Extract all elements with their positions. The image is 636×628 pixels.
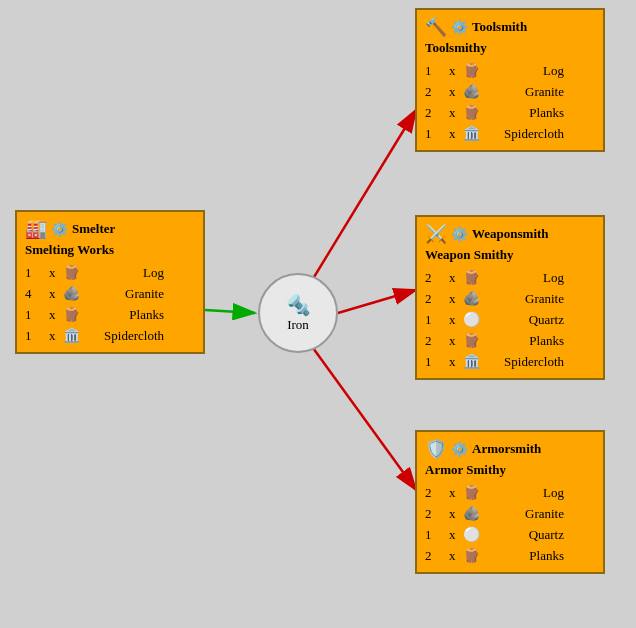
log-icon-t0: 🪵 — [463, 60, 480, 81]
planks-icon-0: 🪵 — [63, 304, 80, 325]
weaponsmith-gear-icon: ⚙️ — [451, 226, 468, 243]
toolsmith-row-0: 1 x 🪵 Log — [425, 60, 595, 81]
granite-icon-w1: 🪨 — [463, 288, 480, 309]
weaponsmith-header-label: Weaponsmith — [472, 226, 549, 242]
toolsmith-card: 🔨 ⚙️ Toolsmith Toolsmithy 1 x 🪵 Log 2 x … — [415, 8, 605, 152]
toolsmith-subtitle: Toolsmithy — [425, 40, 595, 56]
center-label: Iron — [287, 317, 309, 333]
weaponsmith-header: ⚔️ ⚙️ Weaponsmith — [425, 223, 595, 245]
log-icon-w0: 🪵 — [463, 267, 480, 288]
smelter-header: 🏭 ⚙️ Smelter — [25, 218, 195, 240]
granite-icon-a1: 🪨 — [463, 503, 480, 524]
weaponsmith-row-4: 1 x 🏛️ Spidercloth — [425, 351, 595, 372]
granite-icon-0: 🪨 — [63, 283, 80, 304]
iron-icon: 🔩 — [286, 293, 311, 317]
armorsmith-row-3: 2 x 🪵 Planks — [425, 545, 595, 566]
svg-line-4 — [338, 290, 416, 313]
toolsmith-header: 🔨 ⚙️ Toolsmith — [425, 16, 595, 38]
armorsmith-header: 🛡️ ⚙️ Armorsmith — [425, 438, 595, 460]
planks-icon-a3: 🪵 — [463, 545, 480, 566]
weaponsmith-card: ⚔️ ⚙️ Weaponsmith Weapon Smithy 2 x 🪵 Lo… — [415, 215, 605, 380]
smelter-card: 🏭 ⚙️ Smelter Smelting Works 1 x 🪵 Log 4 … — [15, 210, 205, 354]
smelter-subtitle: Smelting Works — [25, 242, 195, 258]
weaponsmith-row-0: 2 x 🪵 Log — [425, 267, 595, 288]
smelter-gear-icon: ⚙️ — [51, 221, 68, 238]
armorsmith-header-label: Armorsmith — [472, 441, 541, 457]
armorsmith-subtitle: Armor Smithy — [425, 462, 595, 478]
armorsmith-row-2: 1 x ⚪ Quartz — [425, 524, 595, 545]
smelter-row-1: 4 x 🪨 Granite — [25, 283, 195, 304]
weaponsmith-subtitle: Weapon Smithy — [425, 247, 595, 263]
smelter-header-label: Smelter — [72, 221, 115, 237]
armorsmith-icon: 🛡️ — [425, 438, 447, 460]
spidercloth-icon-w4: 🏛️ — [463, 351, 480, 372]
granite-icon-t1: 🪨 — [463, 81, 480, 102]
toolsmith-header-label: Toolsmith — [472, 19, 527, 35]
weaponsmith-row-2: 1 x ⚪ Quartz — [425, 309, 595, 330]
toolsmith-row-2: 2 x 🪵 Planks — [425, 102, 595, 123]
svg-line-2 — [205, 310, 255, 313]
toolsmith-row-1: 2 x 🪨 Granite — [425, 81, 595, 102]
smelter-row-0: 1 x 🪵 Log — [25, 262, 195, 283]
armorsmith-row-0: 2 x 🪵 Log — [425, 482, 595, 503]
toolsmith-gear-icon: ⚙️ — [451, 19, 468, 36]
smelter-row-2: 1 x 🪵 Planks — [25, 304, 195, 325]
planks-icon-w3: 🪵 — [463, 330, 480, 351]
smelter-row-3: 1 x 🏛️ Spidercloth — [25, 325, 195, 346]
spidercloth-icon-0: 🏛️ — [63, 325, 80, 346]
armorsmith-card: 🛡️ ⚙️ Armorsmith Armor Smithy 2 x 🪵 Log … — [415, 430, 605, 574]
center-node: 🔩 Iron — [258, 273, 338, 353]
svg-line-5 — [300, 330, 416, 490]
log-icon-0: 🪵 — [63, 262, 80, 283]
toolsmith-icon: 🔨 — [425, 16, 447, 38]
quartz-icon-a2: ⚪ — [463, 524, 480, 545]
planks-icon-t2: 🪵 — [463, 102, 480, 123]
toolsmith-row-3: 1 x 🏛️ Spidercloth — [425, 123, 595, 144]
armorsmith-row-1: 2 x 🪨 Granite — [425, 503, 595, 524]
armorsmith-gear-icon: ⚙️ — [451, 441, 468, 458]
diagram-container: 🏭 ⚙️ Smelter Smelting Works 1 x 🪵 Log 4 … — [0, 0, 636, 628]
weaponsmith-row-1: 2 x 🪨 Granite — [425, 288, 595, 309]
weaponsmith-row-3: 2 x 🪵 Planks — [425, 330, 595, 351]
quartz-icon-w2: ⚪ — [463, 309, 480, 330]
weaponsmith-icon: ⚔️ — [425, 223, 447, 245]
spidercloth-icon-t3: 🏛️ — [463, 123, 480, 144]
svg-line-3 — [300, 110, 416, 300]
smelter-icon: 🏭 — [25, 218, 47, 240]
log-icon-a0: 🪵 — [463, 482, 480, 503]
